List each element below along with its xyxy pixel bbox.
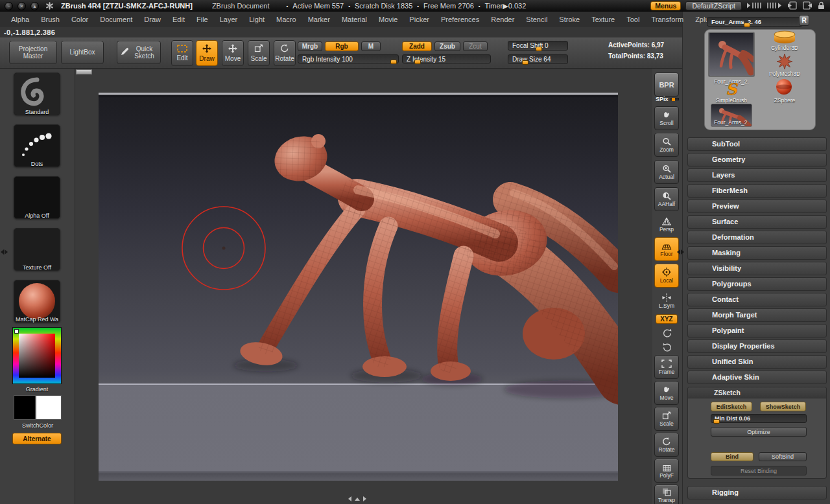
frame-button[interactable]: Frame bbox=[654, 355, 679, 379]
alternate-button[interactable]: Alternate bbox=[12, 433, 62, 444]
scale-canvas-button[interactable]: Scale bbox=[654, 407, 679, 431]
menu-item-stencil[interactable]: Stencil bbox=[520, 16, 553, 23]
zsphere-item[interactable] bbox=[776, 78, 792, 98]
scroll-left-icon[interactable] bbox=[348, 496, 351, 501]
zadd-button[interactable]: Zadd bbox=[402, 41, 432, 51]
menu-item-material[interactable]: Material bbox=[336, 16, 373, 23]
rgb-button[interactable]: Rgb bbox=[325, 41, 359, 51]
menu-item-render[interactable]: Render bbox=[485, 16, 520, 23]
spix-track[interactable] bbox=[670, 98, 679, 100]
play-controls-right-icon[interactable] bbox=[766, 2, 782, 10]
menu-item-brush[interactable]: Brush bbox=[35, 16, 65, 23]
rgb-intensity-slider[interactable]: Rgb Intensity 100 bbox=[298, 54, 399, 63]
mrgb-button[interactable]: Mrgb bbox=[298, 41, 322, 51]
focal-shift-slider[interactable]: Focal Shift 0 bbox=[508, 41, 568, 51]
section-unified-skin[interactable]: Unified Skin bbox=[687, 355, 827, 369]
reset-binding-button[interactable]: Reset Binding bbox=[711, 466, 807, 475]
optimize-button[interactable]: Optimize bbox=[711, 427, 807, 437]
transparency-button[interactable]: Transp bbox=[654, 485, 679, 504]
show-sketch-button[interactable]: ShowSketch bbox=[760, 402, 806, 411]
scale-mode-button[interactable]: Scale bbox=[248, 40, 270, 66]
section-visibility[interactable]: Visibility bbox=[687, 262, 827, 275]
focal-shift-nub[interactable] bbox=[536, 47, 542, 51]
rotate-mode-button[interactable]: Rotate bbox=[274, 40, 296, 66]
spin-left-button[interactable] bbox=[659, 326, 676, 339]
z-intensity-slider[interactable]: Z Intensity 15 bbox=[402, 54, 491, 63]
section-surface[interactable]: Surface bbox=[687, 215, 827, 229]
main-color-swatch[interactable] bbox=[14, 395, 36, 420]
draw-size-nub[interactable] bbox=[522, 60, 528, 65]
section-masking[interactable]: Masking bbox=[687, 246, 827, 260]
polymesh3d-item[interactable] bbox=[776, 53, 794, 73]
menu-item-layer[interactable]: Layer bbox=[214, 16, 244, 23]
section-morph-target[interactable]: Morph Target bbox=[687, 308, 827, 322]
spix-slider[interactable]: SPix bbox=[656, 96, 679, 102]
menu-item-draw[interactable]: Draw bbox=[138, 16, 167, 23]
canvas-scroll-widget[interactable] bbox=[348, 496, 366, 501]
menu-item-alpha[interactable]: Alpha bbox=[5, 16, 35, 23]
section-subtool[interactable]: SubTool bbox=[687, 137, 827, 151]
menu-item-file[interactable]: File bbox=[191, 16, 214, 23]
section-adaptive-skin[interactable]: Adaptive Skin bbox=[687, 371, 827, 384]
section-layers[interactable]: Layers bbox=[687, 168, 827, 182]
lightbox-button[interactable]: LightBox bbox=[61, 41, 104, 64]
move-canvas-button[interactable]: Move bbox=[654, 381, 679, 405]
projection-master-button[interactable]: Projection Master bbox=[9, 41, 57, 64]
aahalf-button[interactable]: AAHalf bbox=[654, 187, 679, 211]
actual-size-button[interactable]: Actual bbox=[654, 160, 679, 184]
next-document-icon[interactable] bbox=[802, 1, 813, 11]
menu-item-macro[interactable]: Macro bbox=[270, 16, 302, 23]
color-picker[interactable] bbox=[12, 327, 62, 384]
scroll-up-icon[interactable] bbox=[355, 498, 360, 501]
section-polypaint[interactable]: Polypaint bbox=[687, 324, 827, 338]
color-picker-marker[interactable] bbox=[14, 329, 19, 334]
section-geometry[interactable]: Geometry bbox=[687, 153, 827, 166]
xyz-symmetry-button[interactable]: XYZ bbox=[656, 314, 678, 324]
zoom-button[interactable]: Zoom bbox=[654, 133, 679, 157]
menu-item-stroke[interactable]: Stroke bbox=[553, 16, 586, 23]
play-controls-left-icon[interactable] bbox=[746, 2, 762, 10]
section-rigging[interactable]: Rigging bbox=[687, 486, 827, 499]
m-button[interactable]: M bbox=[361, 41, 381, 51]
menu-item-movie[interactable]: Movie bbox=[373, 16, 403, 23]
tool-top-slider[interactable]: Four_Arms_2. 46 bbox=[707, 17, 803, 27]
menu-item-edit[interactable]: Edit bbox=[167, 16, 191, 23]
zcut-button[interactable]: Zcut bbox=[463, 41, 488, 51]
menu-item-picker[interactable]: Picker bbox=[403, 16, 435, 23]
window-button-minimize[interactable]: − bbox=[5, 2, 13, 10]
section-zsketch[interactable]: ZSketch bbox=[687, 387, 827, 398]
window-button-close[interactable]: ✕ bbox=[18, 2, 26, 10]
bpr-button[interactable]: BPR bbox=[654, 73, 679, 97]
menu-item-transform[interactable]: Transform bbox=[645, 16, 689, 23]
window-button-zoom[interactable]: ▲ bbox=[30, 2, 39, 10]
draw-mode-button[interactable]: Draw bbox=[196, 40, 218, 66]
menus-button[interactable]: Menus bbox=[650, 1, 681, 10]
zsub-button[interactable]: Zsub bbox=[434, 41, 460, 51]
rgb-intensity-nub[interactable] bbox=[390, 60, 397, 64]
restore-config-button[interactable]: R bbox=[799, 15, 809, 26]
menu-item-marker[interactable]: Marker bbox=[302, 16, 336, 23]
persp-button[interactable]: Persp bbox=[654, 214, 679, 235]
color-picker-sv-square[interactable] bbox=[19, 334, 55, 378]
floor-button[interactable]: Floor bbox=[654, 237, 679, 261]
menu-item-tool[interactable]: Tool bbox=[621, 16, 645, 23]
lsym-button[interactable]: L.Sym bbox=[654, 290, 679, 312]
canvas-corner-handle[interactable] bbox=[76, 69, 92, 74]
tool-top-slider-nub[interactable] bbox=[744, 23, 750, 27]
edit-mode-button[interactable]: Edit bbox=[171, 40, 193, 66]
polyframe-button[interactable]: PolyF bbox=[654, 459, 679, 483]
menu-item-preferences[interactable]: Preferences bbox=[435, 16, 485, 23]
lock-icon[interactable] bbox=[818, 1, 825, 11]
scroll-right-icon[interactable] bbox=[363, 496, 366, 501]
min-dist-slider[interactable]: Min Dist 0.06 bbox=[711, 414, 807, 423]
spin-right-button[interactable] bbox=[659, 341, 676, 354]
z-intensity-nub[interactable] bbox=[414, 60, 421, 64]
rotate-canvas-button[interactable]: Rotate bbox=[654, 433, 679, 457]
section-deformation[interactable]: Deformation bbox=[687, 231, 827, 244]
prev-document-icon[interactable] bbox=[787, 1, 798, 11]
section-contact[interactable]: Contact bbox=[687, 293, 827, 306]
menu-item-light[interactable]: Light bbox=[243, 16, 270, 23]
right-tray-divider[interactable] bbox=[677, 249, 684, 255]
secondary-color-swatch[interactable] bbox=[36, 395, 62, 420]
soft-bind-button[interactable]: SoftBind bbox=[759, 452, 807, 461]
